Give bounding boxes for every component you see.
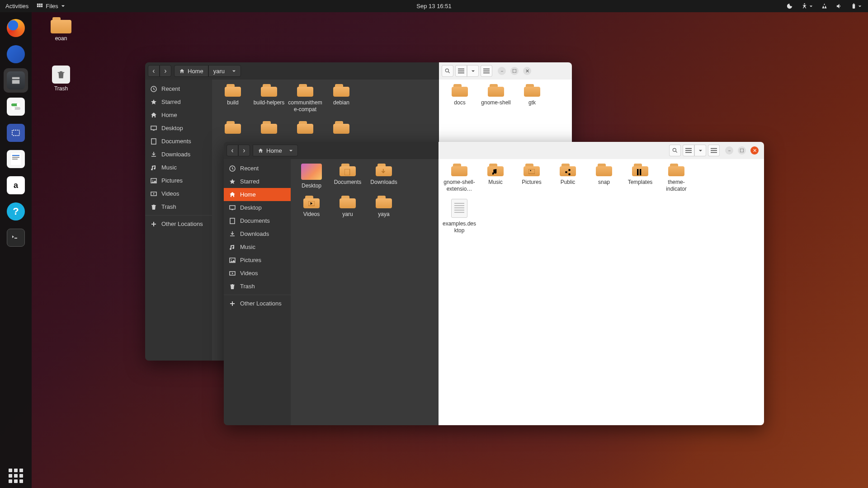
view-list-button[interactable] [683,145,694,156]
search-button[interactable] [669,145,681,156]
clock[interactable]: Sep 13 16:51 [416,3,451,9]
sidebar-item-recent[interactable]: Recent [145,82,212,95]
nav-back-button[interactable]: ‹ [226,145,238,156]
sidebar-item-documents[interactable]: Documents [145,135,212,148]
grid-item[interactable]: communitheme-compat [287,84,323,113]
sidebar-item-trash[interactable]: Trash [145,200,212,213]
sidebar-item-pictures[interactable]: Pictures [224,253,291,267]
grid-item[interactable]: Pictures [514,164,550,192]
grid-item[interactable]: yaya [366,196,402,218]
grid-item[interactable]: Public [550,164,586,192]
sidebar-item-home[interactable]: Home [145,108,212,122]
dock: a ? [0,12,32,488]
hamburger-button[interactable] [481,65,492,77]
sidebar-item-downloads[interactable]: Downloads [145,148,212,161]
sidebar-item-music[interactable]: Music [224,240,291,253]
nav-forward-button[interactable]: › [160,65,171,77]
grid-item[interactable]: gnome-shell-extensio… [441,164,477,192]
content-dark[interactable]: DesktopDocumentsDownloadsVideosyaruyaya [291,159,439,425]
dock-help[interactable]: ? [4,199,28,224]
volume-icon[interactable] [836,3,843,9]
grid-item-label: Pictures [514,179,550,186]
grid-item[interactable]: Templates [622,164,658,192]
hamburger-button[interactable] [708,145,720,156]
grid-item[interactable]: theme-indicator [658,164,694,192]
sidebar-other-locations[interactable]: Other Locations [145,217,212,230]
grid-item[interactable]: gtk [514,84,550,106]
sidebar-item-videos[interactable]: Videos [145,187,212,200]
sidebar-item-label: Documents [161,138,191,145]
dock-terminal[interactable] [4,225,28,250]
close-button[interactable]: ✕ [523,67,531,75]
plus-icon [151,221,157,227]
breadcrumb-home[interactable]: Home [253,145,298,156]
maximize-button[interactable]: ☐ [738,146,746,155]
home-icon [229,192,236,198]
activities-button[interactable]: Activities [5,3,28,9]
grid-item[interactable]: debian [323,84,359,113]
dock-amazon[interactable]: a [4,173,28,197]
grid-item-label: gtk [514,99,550,106]
sidebar-item-desktop[interactable]: Desktop [145,122,212,135]
grid-item[interactable]: Desktop [293,164,330,189]
sidebar-item-home[interactable]: Home [224,188,291,201]
folder-icon [376,164,392,176]
sidebar-item-starred[interactable]: Starred [224,175,291,188]
breadcrumb-home[interactable]: Home [174,65,208,77]
chevron-down-icon [471,69,475,73]
maximize-button[interactable]: ☐ [510,67,519,75]
app-menu[interactable]: Files [37,3,65,9]
dock-thunderbird[interactable] [4,42,28,66]
nav-forward-button[interactable]: › [238,145,250,156]
sidebar-item-recent[interactable]: Recent [224,162,291,175]
grid-item[interactable]: examples.desktop [441,199,477,234]
content-light[interactable]: gnome-shell-extensio…MusicPicturesPublic… [439,159,764,425]
minimize-button[interactable]: － [498,67,506,75]
view-options-button[interactable] [467,65,479,77]
system-menu[interactable] [851,3,862,9]
minimize-button[interactable]: － [725,146,733,155]
grid-item[interactable]: build [215,84,251,113]
sidebar-item-pictures[interactable]: Pictures [145,174,212,187]
close-button[interactable]: ✕ [750,146,759,155]
network-icon[interactable] [821,3,828,9]
breadcrumb-yaru[interactable]: yaru [208,65,241,77]
night-light-icon[interactable] [786,3,793,9]
grid-item[interactable]: yaru [330,196,366,218]
dock-firefox[interactable] [4,16,28,40]
sidebar-item-label: Documents [240,217,270,224]
show-applications[interactable] [4,464,28,488]
grid-item[interactable]: Videos [293,196,330,218]
grid-item[interactable]: docs [442,84,478,106]
grid-item[interactable]: build-helpers [251,84,287,113]
sidebar-item-desktop[interactable]: Desktop [224,201,291,214]
grid-item[interactable]: Downloads [366,164,402,189]
list-icon [458,68,464,74]
sidebar-item-videos[interactable]: Videos [224,267,291,280]
grid-item-label: Videos [293,211,330,218]
search-button[interactable] [442,65,453,77]
sidebar-item-downloads[interactable]: Downloads [224,227,291,240]
grid-item[interactable]: Music [477,164,514,192]
dock-writer[interactable] [4,147,28,171]
grid-item[interactable]: gnome-shell [478,84,514,106]
sidebar-item-documents[interactable]: Documents [224,214,291,227]
view-list-button[interactable] [455,65,467,77]
desktop-trash[interactable]: Trash [43,66,79,92]
desktop-folder-eoan[interactable]: eoan [43,17,79,42]
chevron-down-icon [858,5,862,8]
folder-icon [452,84,468,97]
dock-screenshot[interactable] [4,121,28,145]
accessibility-menu[interactable] [801,3,813,9]
sidebar-item-music[interactable]: Music [145,161,212,174]
documents-icon [151,138,157,145]
dock-tweaks[interactable] [4,94,28,119]
view-options-button[interactable] [694,145,706,156]
sidebar-item-starred[interactable]: Starred [145,95,212,108]
dock-files[interactable] [4,68,28,93]
sidebar-item-trash[interactable]: Trash [224,280,291,293]
grid-item[interactable]: Documents [330,164,366,189]
grid-item[interactable]: snap [586,164,622,192]
sidebar-other-locations[interactable]: Other Locations [224,297,291,310]
nav-back-button[interactable]: ‹ [148,65,160,77]
